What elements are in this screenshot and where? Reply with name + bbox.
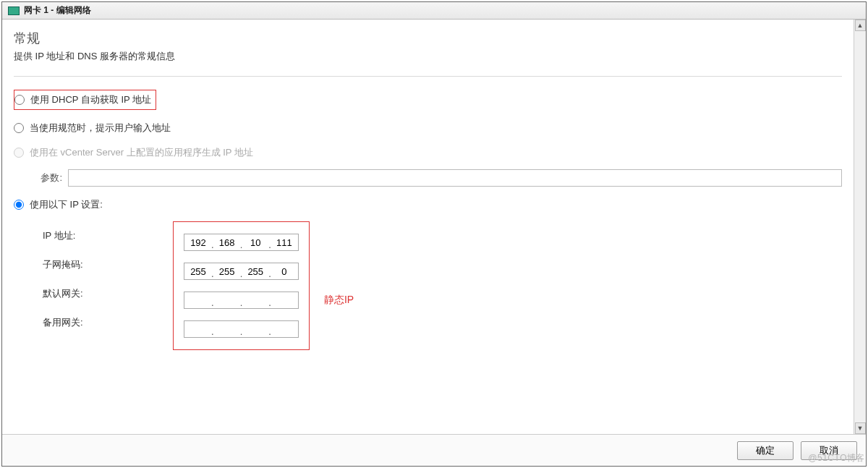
scroll-down-icon[interactable]: ▼: [855, 422, 866, 434]
label-ip-address: IP 地址:: [43, 221, 173, 250]
dot-icon: .: [268, 297, 272, 308]
option-vcenter-row: 使用在 vCenter Server 上配置的应用程序生成 IP 地址: [14, 140, 842, 165]
dot-icon: .: [268, 268, 272, 279]
window-title: 网卡 1 - 编辑网络: [24, 4, 91, 17]
gateway-o4[interactable]: [272, 294, 297, 307]
section-description: 提供 IP 地址和 DNS 服务器的常规信息: [14, 50, 842, 63]
label-subnet-mask: 子网掩码:: [43, 250, 173, 279]
gateway-o3[interactable]: [243, 294, 268, 307]
dialog-window: 网卡 1 - 编辑网络 常规 提供 IP 地址和 DNS 服务器的常规信息 使用…: [1, 1, 867, 467]
content-wrapper: 常规 提供 IP 地址和 DNS 服务器的常规信息 使用 DHCP 自动获取 I…: [2, 20, 866, 434]
highlight-static-ip: . . . . .: [173, 221, 310, 350]
radio-static[interactable]: [14, 200, 24, 210]
row-default-gateway: . . .: [184, 286, 299, 315]
mask-o1[interactable]: [186, 265, 210, 278]
ok-button[interactable]: 确定: [737, 441, 793, 460]
content-area: 常规 提供 IP 地址和 DNS 服务器的常规信息 使用 DHCP 自动获取 I…: [2, 20, 854, 434]
ip-settings: IP 地址: 子网掩码: 默认网关: 备用网关: . . .: [14, 221, 842, 350]
divider: [14, 76, 842, 77]
param-row: 参数:: [14, 165, 842, 192]
scroll-up-icon[interactable]: ▲: [855, 20, 866, 31]
gateway-o2[interactable]: [215, 294, 239, 307]
label-default-gateway: 默认网关:: [43, 279, 173, 308]
dot-icon: .: [268, 326, 272, 337]
titlebar: 网卡 1 - 编辑网络: [2, 2, 866, 20]
dot-icon: .: [239, 297, 244, 308]
ip-address-o3[interactable]: [243, 236, 268, 250]
radio-dhcp[interactable]: [14, 95, 25, 105]
dot-icon: .: [210, 297, 215, 308]
mask-o3[interactable]: [243, 265, 268, 278]
label-alt-gateway: 备用网关:: [43, 308, 173, 337]
option-static-row: 使用以下 IP 设置:: [14, 192, 842, 217]
input-subnet-mask[interactable]: . . .: [184, 263, 299, 280]
alt-gateway-o4[interactable]: [272, 323, 297, 336]
alt-gateway-o3[interactable]: [243, 323, 268, 336]
cancel-button[interactable]: 取消: [801, 441, 857, 460]
dot-icon: .: [210, 326, 215, 337]
option-dhcp-row: 使用 DHCP 自动获取 IP 地址: [14, 84, 842, 116]
dot-icon: .: [239, 326, 244, 337]
dot-icon: .: [239, 239, 244, 250]
ip-labels-column: IP 地址: 子网掩码: 默认网关: 备用网关:: [43, 221, 173, 337]
row-alt-gateway: . . .: [184, 315, 299, 344]
row-ip-address: . . .: [184, 228, 299, 257]
dot-icon: .: [210, 268, 215, 279]
dot-icon: .: [210, 239, 215, 250]
dot-icon: .: [239, 268, 244, 279]
network-card-icon: [8, 7, 20, 15]
ip-address-o1[interactable]: [186, 236, 210, 250]
dot-icon: .: [268, 239, 272, 250]
input-alt-gateway[interactable]: . . .: [184, 320, 299, 338]
alt-gateway-o1[interactable]: [186, 323, 210, 336]
ip-address-o4[interactable]: [272, 236, 297, 250]
input-default-gateway[interactable]: . . .: [184, 292, 299, 309]
vertical-scrollbar[interactable]: ▲ ▼: [854, 20, 866, 434]
alt-gateway-o2[interactable]: [215, 323, 239, 336]
label-static: 使用以下 IP 设置:: [30, 198, 103, 211]
radio-prompt[interactable]: [14, 123, 24, 133]
mask-o4[interactable]: [272, 265, 297, 278]
section-title: 常规: [14, 30, 842, 47]
input-ip-address[interactable]: . . .: [184, 234, 299, 251]
dialog-footer: 确定 取消: [2, 434, 866, 466]
ip-address-o2[interactable]: [215, 236, 239, 250]
param-label: 参数:: [34, 171, 62, 184]
label-prompt: 当使用规范时，提示用户输入地址: [30, 122, 171, 135]
radio-vcenter: [14, 148, 24, 158]
annotation-static-ip: 静态IP: [324, 294, 354, 307]
label-dhcp: 使用 DHCP 自动获取 IP 地址: [30, 93, 151, 106]
param-input: [68, 169, 842, 187]
gateway-o1[interactable]: [186, 294, 210, 307]
highlight-dhcp: 使用 DHCP 自动获取 IP 地址: [14, 90, 156, 110]
label-vcenter: 使用在 vCenter Server 上配置的应用程序生成 IP 地址: [30, 146, 253, 159]
option-prompt-row: 当使用规范时，提示用户输入地址: [14, 116, 842, 140]
row-subnet-mask: . . .: [184, 257, 299, 286]
mask-o2[interactable]: [215, 265, 239, 278]
